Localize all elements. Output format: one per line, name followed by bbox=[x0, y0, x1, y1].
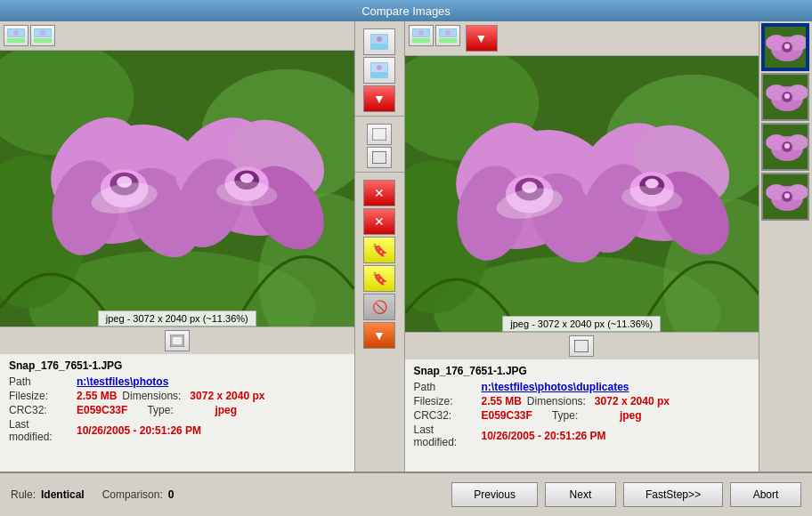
left-dimensions-value: 3072 x 2040 px bbox=[190, 390, 264, 402]
left-filesize-label: Filesize: bbox=[9, 390, 71, 402]
right-dimensions-value: 3072 x 2040 px bbox=[595, 395, 670, 407]
left-type-value: jpeg bbox=[215, 404, 237, 416]
previous-button[interactable]: Previous bbox=[451, 482, 538, 507]
left-image-display: jpeg - 3072 x 2040 px (~11.36%) bbox=[0, 51, 354, 327]
right-crc-label: CRC32: bbox=[414, 409, 476, 422]
left-dimensions-label: Dimensions: bbox=[122, 390, 184, 402]
window-title: Compare Images bbox=[361, 4, 451, 18]
thumbnail-sidebar bbox=[759, 21, 812, 472]
right-file-info: Snap_176_7651-1.JPG Path n:\testfiles\ph… bbox=[405, 359, 759, 456]
right-filesize-label: Filesize: bbox=[414, 395, 476, 407]
move-down-button[interactable]: ▼ bbox=[363, 85, 395, 112]
right-type-value: jpeg bbox=[620, 409, 642, 422]
comparison-value: 0 bbox=[168, 488, 175, 501]
svg-rect-45 bbox=[412, 38, 430, 43]
expand-view-button[interactable] bbox=[367, 147, 392, 168]
sync-left-button[interactable] bbox=[363, 28, 395, 55]
svg-point-89 bbox=[784, 93, 790, 99]
delete-left-button[interactable]: ✕ bbox=[363, 180, 395, 206]
no-action-button[interactable]: 🚫 bbox=[363, 294, 395, 320]
fit-view-button[interactable] bbox=[367, 124, 392, 145]
faststep-button[interactable]: FastStep>> bbox=[623, 482, 723, 507]
svg-rect-49 bbox=[439, 38, 457, 43]
right-crc-value: E059C33F bbox=[482, 409, 532, 422]
svg-point-3 bbox=[13, 30, 19, 36]
left-view-icon-1[interactable] bbox=[4, 25, 28, 46]
delete-right-button[interactable]: ✕ bbox=[363, 208, 395, 235]
abort-button[interactable]: Abort bbox=[730, 482, 801, 507]
rule-status: Rule: Identical bbox=[11, 488, 85, 501]
right-expand-button[interactable] bbox=[569, 335, 594, 357]
svg-rect-43 bbox=[373, 152, 386, 163]
left-type-label: Type: bbox=[147, 404, 209, 416]
right-image-display: jpeg - 3072 x 2040 px (~11.36%) bbox=[405, 56, 759, 332]
svg-rect-77 bbox=[575, 341, 588, 351]
mark-left-button[interactable]: 🔖 bbox=[363, 237, 395, 263]
right-modified-label: Last modified: bbox=[414, 423, 476, 448]
svg-rect-33 bbox=[172, 336, 183, 345]
right-path-label: Path bbox=[414, 381, 476, 393]
left-filesize-value: 2.55 MB bbox=[77, 390, 117, 402]
sync-right-button[interactable] bbox=[363, 57, 395, 84]
right-type-label: Type: bbox=[552, 409, 614, 422]
svg-point-36 bbox=[377, 36, 382, 42]
left-image-info: jpeg - 3072 x 2040 px (~11.36%) bbox=[98, 310, 256, 327]
move-right-button[interactable]: ▼ bbox=[363, 322, 395, 349]
left-path-value[interactable]: n:\testfiles\photos bbox=[77, 375, 168, 388]
right-panel-top-icons: ▼ bbox=[405, 21, 759, 56]
right-image-info: jpeg - 3072 x 2040 px (~11.36%) bbox=[502, 316, 661, 332]
left-view-icon-2[interactable] bbox=[30, 25, 55, 46]
left-crc-value: E059C33F bbox=[77, 404, 127, 416]
right-top-down-button[interactable]: ▼ bbox=[466, 25, 498, 52]
left-modified-value: 10/26/2005 - 20:51:26 PM bbox=[77, 424, 201, 437]
right-dimensions-label: Dimensions: bbox=[527, 395, 589, 407]
svg-rect-41 bbox=[374, 130, 385, 139]
svg-point-47 bbox=[418, 30, 424, 36]
right-filesize-value: 2.55 MB bbox=[482, 395, 522, 407]
svg-point-39 bbox=[377, 65, 382, 70]
left-file-info: Snap_176_7651-1.JPG Path n:\testfiles\ph… bbox=[0, 354, 354, 450]
comparison-status: Comparison: 0 bbox=[102, 488, 175, 501]
left-expand-button[interactable] bbox=[165, 330, 190, 351]
left-panel-top-icons bbox=[0, 21, 354, 51]
svg-point-51 bbox=[445, 30, 451, 36]
right-view-icon-1[interactable] bbox=[409, 25, 434, 46]
comparison-label: Comparison: bbox=[102, 488, 163, 501]
svg-point-95 bbox=[784, 143, 790, 149]
svg-point-83 bbox=[784, 44, 790, 49]
thumbnail-2[interactable] bbox=[761, 73, 809, 121]
rule-value: Identical bbox=[41, 488, 85, 501]
svg-rect-5 bbox=[34, 38, 52, 43]
thumbnail-4[interactable] bbox=[761, 173, 809, 221]
left-filename: Snap_176_7651-1.JPG bbox=[9, 359, 345, 372]
status-bar: Rule: Identical Comparison: 0 Previous N… bbox=[0, 472, 812, 516]
svg-point-7 bbox=[40, 30, 45, 36]
next-button[interactable]: Next bbox=[545, 482, 616, 507]
left-modified-label: Last modified: bbox=[9, 418, 71, 443]
mark-right-button[interactable]: 🔖 bbox=[363, 265, 395, 292]
left-path-label: Path bbox=[9, 375, 71, 388]
right-modified-value: 10/26/2005 - 20:51:26 PM bbox=[482, 430, 606, 442]
thumbnail-3[interactable] bbox=[761, 123, 809, 171]
svg-point-101 bbox=[784, 193, 790, 198]
left-crc-label: CRC32: bbox=[9, 404, 71, 416]
thumbnail-1[interactable] bbox=[761, 23, 809, 71]
svg-rect-1 bbox=[7, 38, 25, 43]
action-buttons: Previous Next FastStep>> Abort bbox=[451, 482, 801, 507]
rule-label: Rule: bbox=[11, 488, 36, 501]
right-view-icon-2[interactable] bbox=[435, 25, 460, 46]
middle-controls: ▼ ✕ ✕ bbox=[355, 21, 405, 472]
right-filename: Snap_176_7651-1.JPG bbox=[414, 365, 751, 377]
right-path-value[interactable]: n:\testfiles\photos\duplicates bbox=[482, 381, 629, 393]
